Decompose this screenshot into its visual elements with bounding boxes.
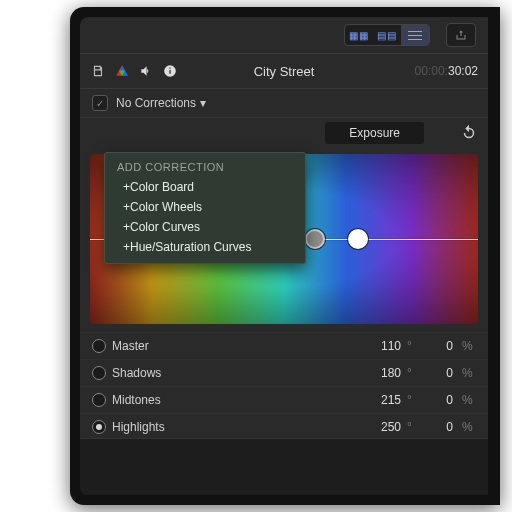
param-angle[interactable]: 215	[371, 393, 401, 407]
param-percent[interactable]: 0	[437, 339, 453, 353]
percent-unit: %	[462, 393, 476, 407]
view-mode-list[interactable]: ▤▤	[373, 25, 401, 45]
percent-unit: %	[462, 339, 476, 353]
correction-name-label: No Corrections	[116, 96, 196, 110]
popover-title: ADD CORRECTION	[105, 159, 305, 177]
popover-item-color-wheels[interactable]: +Color Wheels	[105, 197, 305, 217]
popover-item-color-curves[interactable]: +Color Curves	[105, 217, 305, 237]
param-row-shadows: Shadows 180 ° 0 %	[80, 360, 488, 387]
param-label: Midtones	[112, 393, 161, 407]
degree-unit: °	[407, 393, 417, 407]
timecode-elapsed: 00:00:	[415, 64, 448, 78]
correction-name-dropdown[interactable]: No Corrections ▾	[116, 96, 206, 110]
svg-marker-1	[122, 65, 128, 76]
color-board-tabs: Exposure	[80, 118, 488, 148]
param-percent[interactable]: 0	[437, 420, 453, 434]
laptop-frame: ▦▦ ▤▤ City Street 00:00:30:02	[70, 7, 500, 505]
audio-icon	[138, 63, 154, 79]
param-row-master: Master 110 ° 0 %	[80, 333, 488, 360]
degree-unit: °	[407, 339, 417, 353]
param-label: Master	[112, 339, 149, 353]
info-icon	[162, 63, 178, 79]
view-mode-thumbnails[interactable]: ▦▦	[345, 25, 373, 45]
top-toolbar: ▦▦ ▤▤	[80, 17, 488, 54]
puck-highlights[interactable]	[348, 229, 368, 249]
percent-unit: %	[462, 366, 476, 380]
svg-rect-5	[169, 68, 170, 69]
view-mode-segmented[interactable]: ▦▦ ▤▤	[344, 24, 430, 46]
parameters-list: Master 110 ° 0 % Shadows 180 ° 0	[80, 332, 488, 441]
share-button[interactable]	[446, 23, 476, 47]
param-angle[interactable]: 250	[371, 420, 401, 434]
param-radio[interactable]	[92, 366, 106, 380]
svg-rect-4	[169, 70, 170, 74]
chevron-down-icon: ▾	[200, 96, 206, 110]
param-radio[interactable]	[92, 393, 106, 407]
inspector-panel: ▦▦ ▤▤ City Street 00:00:30:02	[80, 17, 488, 495]
share-icon	[455, 29, 467, 41]
tab-exposure[interactable]: Exposure	[325, 122, 424, 144]
param-radio[interactable]	[92, 420, 106, 434]
degree-unit: °	[407, 366, 417, 380]
param-row-midtones: Midtones 215 ° 0 %	[80, 387, 488, 414]
correction-enable-checkbox[interactable]: ✓	[92, 95, 108, 111]
param-radio[interactable]	[92, 339, 106, 353]
percent-unit: %	[462, 420, 476, 434]
puck-midtones[interactable]	[305, 229, 325, 249]
popover-item-hue-sat-curves[interactable]: +Hue/Saturation Curves	[105, 237, 305, 257]
popover-item-color-board[interactable]: +Color Board	[105, 177, 305, 197]
timecode: 00:00:30:02	[415, 64, 478, 78]
color-icon	[114, 63, 130, 79]
param-percent[interactable]: 0	[437, 366, 453, 380]
param-percent[interactable]: 0	[437, 393, 453, 407]
correction-bar: ✓ No Corrections ▾	[80, 89, 488, 118]
reset-icon	[460, 124, 478, 142]
footer-area	[80, 438, 488, 495]
reset-button[interactable]	[460, 124, 478, 142]
param-label: Shadows	[112, 366, 161, 380]
screen-bezel: ▦▦ ▤▤ City Street 00:00:30:02	[80, 17, 488, 495]
degree-unit: °	[407, 420, 417, 434]
param-row-highlights: Highlights 250 ° 0 %	[80, 414, 488, 441]
timecode-current: 30:02	[448, 64, 478, 78]
add-correction-popover: ADD CORRECTION +Color Board +Color Wheel…	[104, 152, 306, 264]
param-angle[interactable]: 110	[371, 339, 401, 353]
save-icon	[90, 63, 106, 79]
param-label: Highlights	[112, 420, 165, 434]
param-angle[interactable]: 180	[371, 366, 401, 380]
view-mode-inspector[interactable]	[401, 25, 429, 45]
clip-header: City Street 00:00:30:02	[80, 54, 488, 89]
